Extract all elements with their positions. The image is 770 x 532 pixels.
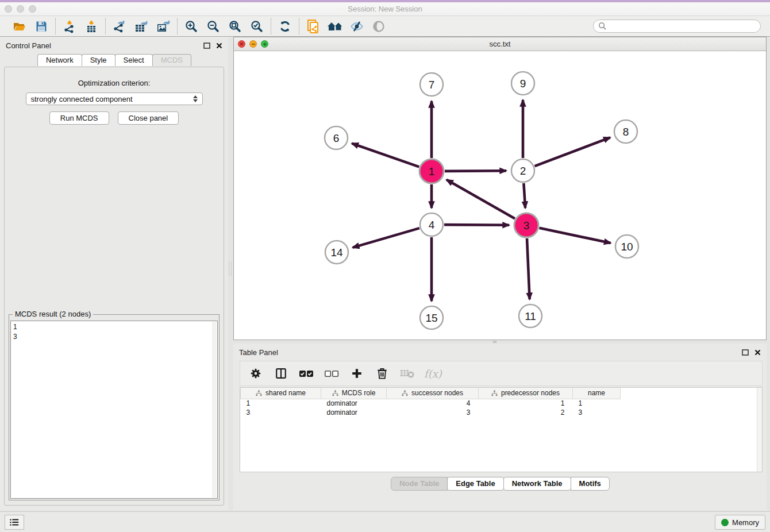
- table-cell[interactable]: dominator: [321, 408, 387, 417]
- search-input[interactable]: [610, 22, 756, 30]
- show-task-history-button[interactable]: [5, 515, 24, 530]
- column-header[interactable]: name: [573, 388, 621, 399]
- close-table-panel-icon[interactable]: [754, 349, 761, 356]
- close-panel-button[interactable]: Close panel: [118, 111, 179, 125]
- export-network-icon: [113, 20, 126, 33]
- splitter-grip[interactable]: [493, 341, 496, 343]
- tab-edge-table[interactable]: Edge Table: [447, 477, 503, 491]
- zoom-fit-icon: [228, 20, 242, 33]
- zoom-selected-button[interactable]: [248, 18, 266, 35]
- export-network-button[interactable]: [110, 18, 129, 35]
- optimization-criterion-value: strongly connected component: [31, 95, 133, 103]
- panel-splitter-handle[interactable]: [229, 261, 232, 276]
- select-all-rows-button[interactable]: [298, 365, 315, 382]
- column-header[interactable]: MCDS role: [321, 388, 387, 399]
- table-cell[interactable]: 1: [241, 399, 321, 408]
- open-folder-icon: [12, 20, 27, 33]
- graph-edge-1-2[interactable]: [445, 171, 506, 171]
- graph-node-label: 10: [621, 241, 633, 253]
- column-header[interactable]: predecessor nodes: [479, 388, 573, 399]
- column-header[interactable]: successor nodes: [387, 388, 479, 399]
- search-field[interactable]: [593, 20, 761, 33]
- import-table-icon: [84, 20, 98, 33]
- mcds-result-text[interactable]: 1 3: [10, 321, 218, 499]
- columns-icon: [275, 367, 287, 380]
- tab-mcds[interactable]: MCDS: [152, 54, 191, 66]
- task-list-icon: [9, 518, 20, 527]
- tab-network[interactable]: Network: [37, 54, 82, 66]
- table-panel-title: Table Panel: [239, 348, 278, 357]
- float-panel-icon[interactable]: [203, 43, 210, 49]
- table-cell[interactable]: 3: [241, 408, 321, 417]
- zoom-out-icon: [206, 20, 220, 33]
- table-cell[interactable]: 4: [387, 399, 479, 408]
- table-cell[interactable]: 2: [479, 408, 573, 417]
- graph-edge-3-10[interactable]: [540, 228, 611, 243]
- graph-node-label: 11: [525, 310, 536, 322]
- run-mcds-button[interactable]: Run MCDS: [49, 111, 109, 125]
- graph-edge-3-11[interactable]: [527, 238, 530, 299]
- tab-network-table[interactable]: Network Table: [503, 477, 571, 491]
- table-row[interactable]: 1dominator411: [241, 399, 763, 408]
- apply-preferred-layout-button[interactable]: [276, 18, 294, 35]
- function-builder-button[interactable]: f(x): [424, 368, 442, 380]
- table-row[interactable]: 3dominator323: [241, 408, 763, 417]
- mcds-result-group: MCDS result (2 nodes) 1 3: [9, 314, 220, 500]
- export-table-button[interactable]: [132, 18, 151, 35]
- column-header-filler: [621, 388, 763, 399]
- graph-node-label: 15: [425, 312, 437, 324]
- graph-edge-2-3[interactable]: [523, 183, 525, 208]
- table-cell[interactable]: 1: [479, 399, 573, 408]
- node-table-header[interactable]: shared nameMCDS rolesuccessor nodesprede…: [241, 388, 763, 399]
- mcds-result-scrollbar[interactable]: [212, 322, 217, 498]
- table-toolbar: f(x): [240, 361, 763, 386]
- graph-edge-3-1[interactable]: [446, 180, 515, 219]
- mcds-tab-content: Optimization criterion: strongly connect…: [4, 67, 224, 506]
- graph-edge-2-8[interactable]: [535, 137, 610, 166]
- memory-status-button[interactable]: Memory: [715, 515, 765, 530]
- graph-edge-4-3[interactable]: [444, 225, 509, 225]
- float-table-panel-icon[interactable]: [742, 349, 749, 356]
- import-table-button[interactable]: [82, 18, 101, 35]
- tab-select[interactable]: Select: [115, 54, 153, 66]
- zoom-in-button[interactable]: [182, 18, 201, 35]
- tab-motifs[interactable]: Motifs: [571, 477, 610, 491]
- import-network-button[interactable]: [60, 18, 79, 35]
- create-column-button[interactable]: [348, 365, 365, 382]
- control-panel-tabs: Network Style Select MCDS: [0, 54, 228, 66]
- graph-edge-4-14[interactable]: [353, 228, 419, 248]
- clone-network-button[interactable]: [304, 18, 322, 35]
- table-cell[interactable]: dominator: [321, 399, 387, 408]
- deselect-all-rows-button[interactable]: [323, 365, 340, 382]
- delete-column-button[interactable]: [374, 365, 391, 382]
- toggle-graphics-details-button[interactable]: [348, 18, 366, 35]
- table-panel: Table Panel: [233, 344, 767, 510]
- graph-node-label: 3: [523, 219, 530, 232]
- save-session-button[interactable]: [32, 18, 51, 35]
- toggle-bird-eye-view-button[interactable]: [369, 18, 388, 35]
- node-table: shared nameMCDS rolesuccessor nodesprede…: [240, 387, 763, 472]
- table-settings-button[interactable]: [247, 365, 264, 382]
- tab-node-table[interactable]: Node Table: [391, 477, 448, 491]
- network-canvas[interactable]: 7968124314101511: [234, 51, 766, 340]
- open-help-home-button[interactable]: [326, 18, 344, 35]
- column-header[interactable]: shared name: [241, 388, 321, 399]
- refresh-icon: [278, 20, 292, 33]
- show-columns-button[interactable]: [272, 365, 290, 382]
- tab-style[interactable]: Style: [82, 54, 116, 66]
- delete-table-button[interactable]: [399, 365, 416, 382]
- graph-edge-1-6[interactable]: [352, 144, 419, 167]
- open-session-button[interactable]: [10, 18, 29, 35]
- column-type-icon: [256, 390, 262, 396]
- home-icon: [327, 20, 343, 33]
- table-cell[interactable]: 3: [573, 408, 621, 417]
- table-cell[interactable]: 3: [387, 408, 479, 417]
- zoom-fit-button[interactable]: [226, 18, 244, 35]
- graph-node-label: 9: [520, 78, 526, 90]
- table-cell[interactable]: 1: [573, 399, 621, 408]
- export-image-button[interactable]: [154, 18, 172, 35]
- optimization-criterion-select[interactable]: strongly connected component: [26, 92, 203, 105]
- table-scrollbar[interactable]: [757, 388, 762, 472]
- close-panel-icon[interactable]: [216, 43, 222, 49]
- zoom-out-button[interactable]: [204, 18, 222, 35]
